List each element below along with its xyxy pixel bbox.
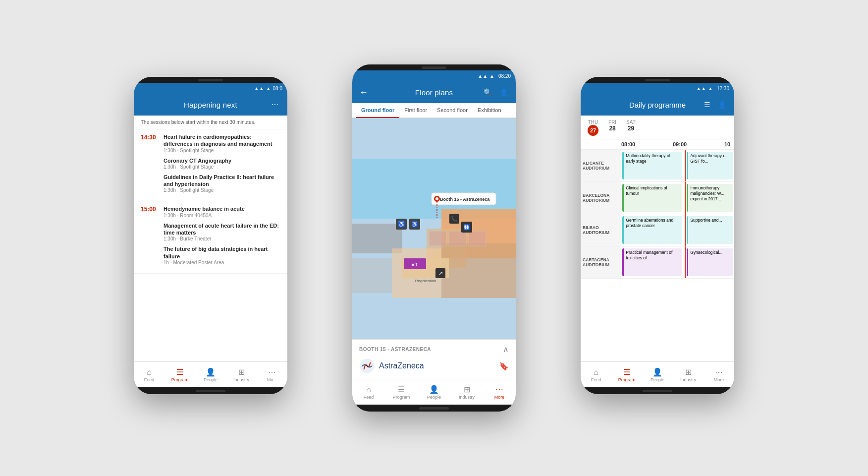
- tab-ground-floor[interactable]: Ground floor: [356, 103, 399, 118]
- header-icons-left: ⋯: [270, 99, 280, 110]
- current-time-line-cartagena: [685, 246, 686, 278]
- session-meta-6: 1h · Moderated Poster Area: [163, 260, 280, 265]
- session-card-bilbao-2[interactable]: Supportive and...: [687, 216, 733, 244]
- floor-map[interactable]: ♿ ♿ 📞 🚻 ■ ? Registration: [352, 118, 516, 339]
- more-icon-left[interactable]: ⋯: [270, 99, 280, 110]
- tab-first-floor[interactable]: First floor: [399, 103, 432, 118]
- status-signal-right: ▲▲: [696, 86, 706, 91]
- time-label-0900: 09:00: [673, 141, 724, 147]
- session-meta-1: 1:30h · Spotlight Stage: [163, 148, 280, 153]
- nav-program-right[interactable]: ☰ Program: [617, 368, 637, 382]
- filter-icon-right[interactable]: ☰: [702, 99, 712, 110]
- nav-feed-icon-left: ⌂: [147, 368, 152, 376]
- aud-sessions-barcelona: Clinical implications of tumour Immunoth…: [621, 182, 734, 214]
- session-item-3[interactable]: Guidelines in Daily Practice II: heart f…: [163, 174, 280, 193]
- tab-second-floor[interactable]: Second floor: [432, 103, 473, 118]
- session-card-barcelona-1[interactable]: Clinical implications of tumour: [622, 184, 682, 212]
- session-card-alicante-1[interactable]: Multimodality therapy of early stage: [622, 152, 682, 179]
- day-tab-thu[interactable]: THU 27: [588, 119, 598, 139]
- session-title-4: Hemodynamic balance in acute: [163, 205, 280, 212]
- session-item-6[interactable]: The future of big data strategies in hea…: [163, 245, 280, 265]
- nav-feed-icon-center: ⌂: [366, 386, 371, 394]
- nav-feed-left[interactable]: ⌂ Feed: [139, 368, 159, 382]
- session-item-2[interactable]: Coronary CT Angiography 1:30h · Spotligh…: [163, 157, 280, 170]
- session-card-alicante-2[interactable]: Adjuvant therapy i... GIST fo...: [687, 152, 733, 179]
- nav-industry-label-center: Industry: [459, 395, 475, 400]
- nav-program-left[interactable]: ☰ Program: [170, 368, 190, 382]
- nav-program-center[interactable]: ☰ Program: [391, 386, 411, 400]
- left-phone-screen: ▲▲ ▲ 08:0 Happening next ⋯ The sessions …: [134, 83, 287, 387]
- session-card-cartagena-2[interactable]: Gynaecological...: [687, 248, 733, 276]
- current-time-line-bcn: [685, 182, 686, 214]
- person-icon-right[interactable]: 👤: [716, 99, 727, 110]
- nav-more-label-center: More: [494, 395, 505, 400]
- nav-more-right[interactable]: ⋯ More: [709, 368, 729, 382]
- day-label-fri: FRI: [608, 119, 616, 125]
- session-item-1[interactable]: Heart failure in cardiomyopathies: diffe…: [163, 133, 280, 153]
- session-item-4[interactable]: Hemodynamic balance in acute 1:30h · Roo…: [163, 205, 280, 218]
- booth-chevron[interactable]: ∧: [503, 345, 509, 354]
- nav-more-left[interactable]: ⋯ Mo...: [262, 368, 282, 382]
- bottom-nav-left: ⌂ Feed ☰ Program 👤 People ⊞ Industry ⋯: [134, 361, 287, 387]
- session-list-1500: Hemodynamic balance in acute 1:30h · Roo…: [163, 205, 280, 269]
- svg-text:■ ?: ■ ?: [412, 262, 418, 267]
- nav-feed-right[interactable]: ⌂ Feed: [586, 368, 606, 382]
- session-item-5[interactable]: Management of acute heart failure in the…: [163, 222, 280, 242]
- day-tabs: THU 27 FRI 28 SAT 29: [581, 116, 734, 139]
- session-card-cartagena-1[interactable]: Practical management of toxicities of: [622, 248, 682, 276]
- booth-label: BOOTH 15 - ASTRAZENECA: [359, 347, 431, 352]
- nav-industry-right[interactable]: ⊞ Industry: [678, 368, 698, 382]
- status-wifi-left: ▲: [266, 86, 271, 91]
- nav-feed-icon-right: ⌂: [594, 368, 598, 376]
- search-icon-center[interactable]: 🔍: [482, 87, 493, 98]
- nav-industry-icon-center: ⊞: [464, 386, 470, 394]
- booth-brand[interactable]: AstraZeneca 🔖: [359, 358, 509, 374]
- astrazeneca-logo: [359, 358, 375, 374]
- person-icon-center[interactable]: 👤: [498, 87, 509, 98]
- day-tab-sat[interactable]: SAT 29: [626, 119, 636, 139]
- bottom-nav-center: ⌂ Feed ☰ Program 👤 People ⊞ Industry ⋯: [352, 379, 516, 405]
- session-card-barcelona-2[interactable]: Immunotherapy malignancies: W... expect …: [687, 184, 733, 212]
- status-wifi-center: ▲: [489, 73, 494, 79]
- session-group-1430: 14:30 Heart failure in cardiomyopathies:…: [134, 129, 287, 201]
- nav-industry-center[interactable]: ⊞ Industry: [457, 386, 477, 400]
- session-title-1: Heart failure in cardiomyopathies: diffe…: [163, 133, 280, 148]
- svg-text:↗: ↗: [438, 270, 443, 276]
- nav-industry-left[interactable]: ⊞ Industry: [231, 368, 251, 382]
- tab-exhibition[interactable]: Exhibition: [473, 103, 506, 118]
- nav-people-label-center: People: [427, 395, 441, 400]
- time-1430: 14:30: [141, 133, 159, 197]
- time-header-row: 08:00 09:00 10: [581, 139, 734, 150]
- nav-program-label-right: Program: [618, 377, 636, 382]
- nav-feed-center[interactable]: ⌂ Feed: [359, 386, 379, 400]
- day-num-fri: 28: [609, 125, 615, 132]
- bookmark-icon-center[interactable]: 🔖: [499, 361, 509, 371]
- status-signal-center: ▲▲: [478, 73, 488, 79]
- booth-popup: BOOTH 15 - ASTRAZENECA ∧ AstraZeneca 🔖: [352, 339, 516, 379]
- center-phone-screen: ▲▲ ▲ 08:20 ← Floor plans 🔍 👤 Ground floo…: [352, 70, 516, 405]
- session-title-2: Coronary CT Angiography: [163, 157, 280, 164]
- time-1500: 15:00: [141, 205, 159, 269]
- nav-more-icon-left: ⋯: [268, 368, 276, 376]
- nav-people-left[interactable]: 👤 People: [201, 368, 220, 382]
- day-tab-fri[interactable]: FRI 28: [608, 119, 616, 139]
- day-label-thu: THU: [588, 119, 598, 125]
- booth-header: BOOTH 15 - ASTRAZENECA ∧: [359, 345, 509, 354]
- nav-feed-label-left: Feed: [144, 377, 155, 382]
- svg-point-25: [435, 197, 438, 200]
- right-phone-screen: ▲▲ ▲ 12:30 Daily programme ☰ 👤 THU 27: [581, 83, 734, 387]
- aud-sessions-bilbao: Germline aberrations and prostate cancer…: [621, 214, 734, 246]
- phone-notch-bottom-center: [352, 405, 516, 412]
- nav-more-center[interactable]: ⋯ More: [489, 386, 509, 400]
- session-card-bilbao-1[interactable]: Germline aberrations and prostate cancer: [622, 216, 682, 244]
- nav-feed-label-right: Feed: [591, 377, 601, 382]
- status-bar-left: ▲▲ ▲ 08:0: [134, 83, 287, 94]
- session-meta-3: 1:30h · Spotlight Stage: [163, 187, 280, 193]
- status-time-right: 12:30: [717, 86, 729, 91]
- current-time-line-bilbao: [685, 214, 686, 246]
- nav-people-right[interactable]: 👤 People: [648, 368, 667, 382]
- nav-program-icon-left: ☰: [176, 368, 183, 376]
- back-button-center[interactable]: ←: [359, 87, 368, 98]
- phone-notch-bottom-left: [134, 387, 287, 394]
- nav-people-center[interactable]: 👤 People: [424, 386, 444, 400]
